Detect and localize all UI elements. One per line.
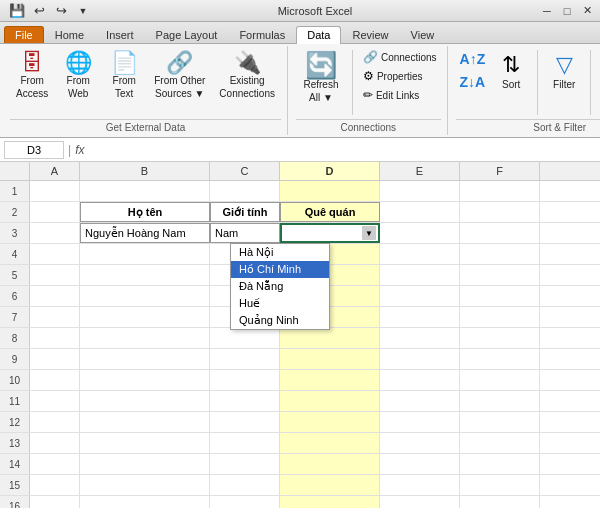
cell-f7[interactable] xyxy=(460,307,540,327)
tab-review[interactable]: Review xyxy=(341,26,399,43)
cell-a3[interactable] xyxy=(30,223,80,243)
cell-e14[interactable] xyxy=(380,454,460,474)
cell-c3[interactable]: Nam xyxy=(210,223,280,243)
tab-home[interactable]: Home xyxy=(44,26,95,43)
maximize-button[interactable]: □ xyxy=(558,2,576,20)
col-header-e[interactable]: E xyxy=(380,162,460,180)
cell-b12[interactable] xyxy=(80,412,210,432)
cell-b1[interactable] xyxy=(80,181,210,201)
dropdown-item-hue[interactable]: Huế xyxy=(231,295,329,312)
refresh-all-button[interactable]: 🔄 RefreshAll ▼ xyxy=(296,48,346,108)
dropdown-item-hanoi[interactable]: Hà Nội xyxy=(231,244,329,261)
cell-e1[interactable] xyxy=(380,181,460,201)
cell-f6[interactable] xyxy=(460,286,540,306)
cell-d10[interactable] xyxy=(280,370,380,390)
cell-e6[interactable] xyxy=(380,286,460,306)
tab-formulas[interactable]: Formulas xyxy=(228,26,296,43)
cell-a15[interactable] xyxy=(30,475,80,495)
cell-c12[interactable] xyxy=(210,412,280,432)
cell-d13[interactable] xyxy=(280,433,380,453)
cell-d9[interactable] xyxy=(280,349,380,369)
cell-b10[interactable] xyxy=(80,370,210,390)
tab-page-layout[interactable]: Page Layout xyxy=(145,26,229,43)
col-header-f[interactable]: F xyxy=(460,162,540,180)
cell-c2[interactable]: Giới tính xyxy=(210,202,280,222)
cell-c11[interactable] xyxy=(210,391,280,411)
cell-a4[interactable] xyxy=(30,244,80,264)
cell-d16[interactable] xyxy=(280,496,380,508)
properties-button[interactable]: ⚙ Properties xyxy=(359,67,441,85)
cell-e8[interactable] xyxy=(380,328,460,348)
cell-d12[interactable] xyxy=(280,412,380,432)
cell-c9[interactable] xyxy=(210,349,280,369)
cell-e12[interactable] xyxy=(380,412,460,432)
cell-e16[interactable] xyxy=(380,496,460,508)
save-button[interactable]: 💾 xyxy=(8,2,26,20)
cell-f2[interactable] xyxy=(460,202,540,222)
cell-f10[interactable] xyxy=(460,370,540,390)
cell-f8[interactable] xyxy=(460,328,540,348)
cell-e7[interactable] xyxy=(380,307,460,327)
col-header-a[interactable]: A xyxy=(30,162,80,180)
cell-d8[interactable] xyxy=(280,328,380,348)
from-web-button[interactable]: 🌐 FromWeb xyxy=(56,48,100,104)
cell-e10[interactable] xyxy=(380,370,460,390)
cell-e13[interactable] xyxy=(380,433,460,453)
filter-button[interactable]: ▽ Filter xyxy=(546,48,582,95)
cell-d14[interactable] xyxy=(280,454,380,474)
cell-b16[interactable] xyxy=(80,496,210,508)
minimize-button[interactable]: ─ xyxy=(538,2,556,20)
cell-b15[interactable] xyxy=(80,475,210,495)
from-other-sources-button[interactable]: 🔗 From OtherSources ▼ xyxy=(148,48,211,104)
cell-b4[interactable] xyxy=(80,244,210,264)
cell-f16[interactable] xyxy=(460,496,540,508)
cell-c14[interactable] xyxy=(210,454,280,474)
cell-a12[interactable] xyxy=(30,412,80,432)
cell-d3[interactable]: ▼ xyxy=(280,223,380,243)
cell-e4[interactable] xyxy=(380,244,460,264)
cell-reference-input[interactable] xyxy=(4,141,64,159)
cell-a2[interactable] xyxy=(30,202,80,222)
from-text-button[interactable]: 📄 FromText xyxy=(102,48,146,104)
cell-b7[interactable] xyxy=(80,307,210,327)
cell-b6[interactable] xyxy=(80,286,210,306)
cell-e2[interactable] xyxy=(380,202,460,222)
cell-f3[interactable] xyxy=(460,223,540,243)
cell-d2[interactable]: Quê quán xyxy=(280,202,380,222)
cell-a13[interactable] xyxy=(30,433,80,453)
formula-input[interactable] xyxy=(88,144,596,156)
cell-a8[interactable] xyxy=(30,328,80,348)
cell-c1[interactable] xyxy=(210,181,280,201)
cell-b3[interactable]: Nguyễn Hoàng Nam xyxy=(80,223,210,243)
tab-file[interactable]: File xyxy=(4,26,44,43)
tab-view[interactable]: View xyxy=(400,26,446,43)
customize-button[interactable]: ▼ xyxy=(74,2,92,20)
cell-e5[interactable] xyxy=(380,265,460,285)
redo-button[interactable]: ↪ xyxy=(52,2,70,20)
cell-a11[interactable] xyxy=(30,391,80,411)
cell-e11[interactable] xyxy=(380,391,460,411)
col-header-d[interactable]: D xyxy=(280,162,380,180)
cell-e9[interactable] xyxy=(380,349,460,369)
tab-data[interactable]: Data xyxy=(296,26,341,44)
cell-d1[interactable] xyxy=(280,181,380,201)
cell-f9[interactable] xyxy=(460,349,540,369)
existing-connections-button[interactable]: 🔌 ExistingConnections xyxy=(213,48,281,104)
cell-b14[interactable] xyxy=(80,454,210,474)
dropdown-item-quangninh[interactable]: Quảng Ninh xyxy=(231,312,329,329)
sort-asc-button[interactable]: A↑Z xyxy=(456,48,490,70)
cell-f1[interactable] xyxy=(460,181,540,201)
cell-b9[interactable] xyxy=(80,349,210,369)
from-access-button[interactable]: 🗄 FromAccess xyxy=(10,48,54,104)
connections-button[interactable]: 🔗 Connections xyxy=(359,48,441,66)
cell-b5[interactable] xyxy=(80,265,210,285)
cell-a9[interactable] xyxy=(30,349,80,369)
col-header-b[interactable]: B xyxy=(80,162,210,180)
cell-f14[interactable] xyxy=(460,454,540,474)
cell-b2[interactable]: Họ tên xyxy=(80,202,210,222)
cell-c13[interactable] xyxy=(210,433,280,453)
cell-e3[interactable] xyxy=(380,223,460,243)
close-button[interactable]: ✕ xyxy=(578,2,596,20)
col-header-c[interactable]: C xyxy=(210,162,280,180)
cell-b13[interactable] xyxy=(80,433,210,453)
